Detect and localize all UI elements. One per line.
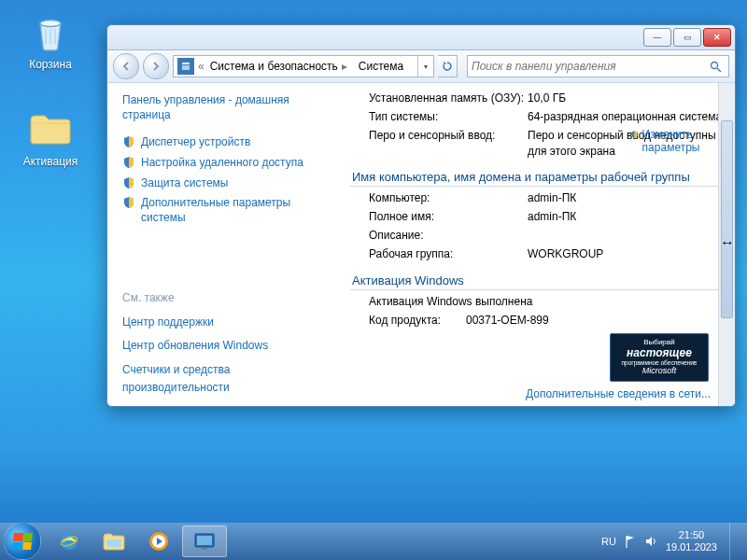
svg-rect-8: [106, 539, 121, 547]
svg-rect-3: [182, 65, 190, 70]
taskbar-explorer[interactable]: [92, 526, 135, 556]
search-box[interactable]: [467, 55, 729, 77]
label: Код продукта:: [369, 313, 466, 328]
label: Описание:: [369, 228, 528, 243]
close-button[interactable]: ✕: [703, 28, 731, 47]
row-activation-status: Активация Windows выполнена: [369, 294, 726, 309]
breadcrumb-seg1-text: Система и безопасность: [210, 60, 338, 73]
value: 64-разрядная операционная система: [528, 109, 726, 124]
svg-line-5: [717, 68, 721, 72]
sidebar: Панель управления - домашняя страница Ди…: [107, 83, 337, 406]
see-also-action-center[interactable]: Центр поддержки: [122, 314, 324, 331]
arrow-right-icon: [150, 61, 162, 72]
control-panel-home-link[interactable]: Панель управления - домашняя страница: [122, 92, 324, 122]
refresh-button[interactable]: [438, 55, 458, 77]
value: admin-ПК: [528, 190, 726, 205]
activation-status-text: Активация Windows выполнена: [369, 294, 726, 309]
close-glyph: ✕: [713, 33, 721, 42]
sidebar-link-remote-settings[interactable]: Настройка удаленного доступа: [122, 156, 324, 171]
taskbar-media-player[interactable]: [137, 526, 180, 556]
minimize-button[interactable]: —: [643, 28, 671, 47]
row-computer-name: Компьютер: admin-ПК: [369, 190, 726, 205]
desktop-icon-recycle-bin[interactable]: Корзина: [15, 9, 86, 71]
search-icon[interactable]: [710, 61, 728, 73]
titlebar[interactable]: — ▭ ✕: [107, 25, 735, 50]
maximize-button[interactable]: ▭: [673, 28, 701, 47]
minimize-glyph: —: [654, 33, 662, 42]
sidebar-link-text: Настройка удаленного доступа: [141, 156, 303, 171]
see-also-performance[interactable]: Счетчики и средства производительности: [122, 361, 324, 397]
row-system-type: Тип системы: 64-разрядная операционная с…: [369, 109, 726, 124]
sidebar-link-device-manager[interactable]: Диспетчер устройств: [122, 135, 324, 150]
value: 10,0 ГБ: [528, 91, 726, 105]
label: Полное имя:: [369, 209, 528, 224]
svg-rect-2: [182, 63, 190, 64]
main-content: Установленная память (ОЗУ): 10,0 ГБ Тип …: [337, 83, 735, 406]
desktop: Корзина Активация — ▭ ✕ « Сист: [0, 0, 747, 560]
genuine-brand: Microsoft: [642, 367, 677, 376]
tray-flag-icon[interactable]: [625, 534, 636, 549]
sidebar-link-text: Защита системы: [141, 176, 228, 191]
window-body: Панель управления - домашняя страница Ди…: [107, 83, 735, 406]
breadcrumb-seg1[interactable]: Система и безопасность▸: [204, 60, 353, 73]
learn-more-online-link[interactable]: Дополнительные сведения в сети...: [526, 387, 711, 400]
sidebar-link-text: Дополнительные параметры системы: [141, 196, 324, 225]
svg-point-0: [40, 21, 61, 27]
control-panel-icon: [177, 58, 194, 75]
maximize-glyph: ▭: [684, 33, 692, 42]
change-settings-link[interactable]: Изменить параметры: [630, 128, 711, 154]
desktop-icon-activation[interactable]: Активация: [15, 106, 86, 168]
row-description: Описание:: [369, 228, 726, 243]
label: Компьютер:: [369, 190, 528, 205]
change-settings-text: Изменить параметры: [642, 128, 711, 154]
row-full-name: Полное имя: admin-ПК: [369, 209, 726, 224]
value: WORKGROUP: [528, 246, 726, 261]
section-computer-name: Имя компьютера, имя домена и параметры р…: [350, 164, 726, 187]
sidebar-link-advanced-settings[interactable]: Дополнительные параметры системы: [122, 196, 324, 225]
row-ram: Установленная память (ОЗУ): 10,0 ГБ: [369, 91, 726, 105]
see-also-header: См. также: [122, 291, 324, 304]
arrow-left-icon: [120, 61, 132, 72]
system-icon: [193, 531, 216, 552]
scrollbar-thumb[interactable]: [721, 120, 733, 318]
clock-date: 19.01.2023: [666, 541, 717, 553]
folder-icon: [28, 106, 73, 151]
taskbar: RU 21:50 19.01.2023: [0, 523, 747, 560]
label: Перо и сенсорный ввод:: [369, 128, 528, 143]
show-desktop-button[interactable]: [729, 523, 740, 560]
windows-logo-icon: [12, 533, 33, 550]
internet-explorer-icon: [58, 530, 80, 553]
breadcrumb[interactable]: « Система и безопасность▸ Система ▾: [173, 55, 434, 77]
tray-volume-icon[interactable]: [644, 535, 657, 548]
taskbar-control-panel[interactable]: [182, 525, 227, 557]
svg-rect-13: [202, 548, 207, 550]
svg-point-4: [712, 62, 718, 68]
taskbar-ie[interactable]: [48, 526, 91, 556]
section-activation: Активация Windows: [350, 268, 726, 290]
back-button[interactable]: [113, 53, 139, 79]
language-indicator[interactable]: RU: [601, 536, 616, 547]
chevron-right-icon: ▸: [342, 60, 347, 73]
refresh-icon: [442, 61, 453, 72]
row-product-id: Код продукта: 00371-OEM-899: [369, 313, 726, 328]
start-button[interactable]: [4, 523, 41, 560]
breadcrumb-dropdown[interactable]: ▾: [417, 56, 433, 77]
file-explorer-icon: [102, 531, 126, 552]
tray-clock[interactable]: 21:50 19.01.2023: [666, 529, 717, 553]
clock-time: 21:50: [666, 529, 717, 541]
shield-icon: [122, 135, 135, 148]
search-input[interactable]: [468, 60, 710, 73]
sidebar-link-system-protection[interactable]: Защита системы: [122, 176, 324, 191]
label: Рабочая группа:: [369, 246, 528, 261]
svg-rect-12: [197, 536, 212, 545]
shield-icon: [122, 156, 135, 169]
see-also-windows-update[interactable]: Центр обновления Windows: [122, 337, 324, 355]
forward-button[interactable]: [143, 53, 169, 79]
desktop-icon-label: Активация: [15, 155, 86, 168]
media-player-icon: [148, 530, 170, 553]
breadcrumb-seg2[interactable]: Система: [353, 60, 409, 73]
resize-handle-icon[interactable]: ↔: [720, 234, 735, 251]
breadcrumb-prefix-chevron-icon: «: [198, 60, 204, 73]
system-tray: RU 21:50 19.01.2023: [601, 523, 743, 560]
genuine-microsoft-badge[interactable]: Выбирай настоящее программное обеспечени…: [610, 333, 709, 382]
